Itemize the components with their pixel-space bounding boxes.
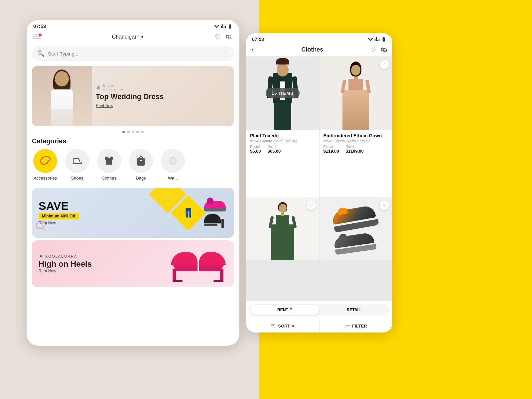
sort-notification-dot — [292, 325, 294, 327]
wifi-icon — [214, 24, 219, 29]
search-input[interactable] — [48, 51, 222, 57]
battery-icon — [227, 24, 233, 29]
sort-icon — [271, 323, 276, 329]
product-grid: 15 ITEMS — [246, 57, 392, 301]
promo-rent-link[interactable]: Rent Now — [39, 221, 79, 225]
filter-label: FILTER — [352, 324, 367, 329]
right-time: 07:53 — [252, 37, 264, 42]
filter-button[interactable]: FILTER — [320, 319, 393, 332]
sort-button[interactable]: SORT — [246, 319, 319, 332]
filter-icon — [345, 323, 350, 329]
search-icon: 🔍 — [37, 50, 45, 57]
category-watches[interactable]: Wa... — [160, 149, 186, 181]
category-bags[interactable]: Bags — [128, 149, 154, 181]
r-battery-icon — [381, 37, 386, 42]
promo-banner: SAVE Minimum 40% Off Rent Now 👖 — [32, 188, 234, 238]
watches-icon — [167, 155, 179, 167]
green-dress-image: ♡ — [246, 197, 319, 260]
dot-2 — [127, 131, 130, 133]
location-text: Chandigarh — [112, 34, 140, 40]
category-clothes-label: Clothes — [102, 176, 116, 181]
accessories-icon: 📿 — [40, 156, 51, 167]
tuxedo-retail: Retail $65.00 — [268, 145, 281, 154]
cart-icon[interactable]: 🛍 — [226, 33, 233, 41]
dot-4 — [136, 131, 139, 133]
pink-sneaker — [204, 198, 227, 211]
retail-label: Retail — [268, 145, 281, 149]
bridal-brand: bridalWARDROBE — [103, 84, 125, 91]
category-accessories[interactable]: 📿 Accessories — [32, 149, 59, 181]
search-more-icon[interactable]: ⋮ — [222, 50, 229, 58]
gown-retail: Retail $1199.00 — [346, 145, 364, 154]
dot-5 — [141, 131, 144, 133]
right-wishlist-icon[interactable]: ♡ — [371, 46, 376, 54]
banner-text: bridalWARDROBE Top Wedding Dress Rent No… — [92, 78, 234, 114]
categories-list: 📿 Accessories Shoes Clothes — [32, 149, 234, 183]
tuxedo-price-row: Rental $6.00 Retail $65.00 — [250, 145, 315, 154]
wishlist-icon[interactable]: ♡ — [215, 33, 221, 41]
category-shoes[interactable]: Shoes — [64, 149, 90, 181]
right-cart-icon[interactable]: 🛍 — [381, 46, 387, 54]
hamburger-wrap[interactable] — [33, 35, 41, 39]
rent-tab[interactable]: RENT — [250, 305, 319, 315]
bottom-banner: KOOLABURRA High on Heels Rent Now — [32, 240, 234, 287]
heel-right — [198, 245, 227, 282]
banner-image — [32, 66, 92, 126]
signal-icon — [221, 24, 226, 29]
location-selector[interactable]: Chandigarh ▾ — [112, 34, 144, 40]
right-status-icons — [368, 37, 386, 42]
gown-location: Wake County, North Carolina — [324, 139, 389, 143]
gown-info: Embroidered Ethnic Gown Wake County, Nor… — [320, 130, 393, 156]
koolaburra-logo — [39, 254, 43, 259]
categories-title: Categories — [32, 137, 234, 145]
banner-title: Top Wedding Dress — [96, 92, 230, 101]
left-status-bar: 07:53 — [27, 20, 239, 30]
tuxedo-image: 15 ITEMS — [246, 57, 319, 130]
dot-1 — [122, 131, 125, 133]
r-wifi-icon — [368, 37, 373, 42]
black-heel — [204, 214, 227, 228]
dot-3 — [132, 131, 134, 133]
gown-price-row: Rental $119.00 Retail $1199.00 — [324, 145, 389, 154]
koolaburra-text: KOOLABURRA — [45, 254, 77, 258]
bottom-tabs: SORT FILTER — [246, 319, 392, 332]
filter-row-container: RENT RETAIL — [246, 301, 392, 319]
gown-name: Embroidered Ethnic Gown — [324, 133, 389, 138]
page-title: Clothes — [301, 46, 323, 53]
gown-image: ♡ — [320, 57, 393, 130]
heel-shoes-display — [168, 245, 227, 282]
sneakers-image: ♡ — [320, 197, 393, 260]
retail-label: RETAIL — [347, 308, 361, 312]
product-card-gown[interactable]: ♡ — [320, 57, 393, 197]
retail-price: $65.00 — [268, 149, 281, 154]
product-card-sneakers[interactable]: ♡ — [320, 197, 393, 260]
green-dress-wishlist[interactable]: ♡ — [307, 200, 316, 210]
main-banner: bridalWARDROBE Top Wedding Dress Rent No… — [32, 66, 234, 126]
promo-text: SAVE Minimum 40% Off Rent Now — [39, 200, 79, 225]
bottom-title: High on Heels — [39, 259, 92, 269]
product-card-tuxedo[interactable]: 15 ITEMS — [246, 57, 319, 197]
category-accessories-circle: 📿 — [33, 149, 57, 173]
gown-wishlist-btn[interactable]: ♡ — [380, 60, 389, 69]
back-button[interactable]: ‹ — [251, 46, 254, 54]
banner-dots — [27, 131, 239, 133]
filter-row: RENT RETAIL — [249, 304, 389, 316]
r-signal-icon — [374, 37, 380, 42]
banner-cta[interactable]: Rent Now — [96, 103, 113, 108]
product-card-green-dress[interactable]: ♡ — [246, 197, 319, 260]
search-bar[interactable]: 🔍 ⋮ — [32, 46, 234, 61]
promo-shoes — [204, 198, 227, 228]
tuxedo-name: Plaid Tuxedo — [250, 133, 315, 138]
sort-label: SORT — [278, 324, 290, 329]
category-clothes[interactable]: Clothes — [96, 149, 122, 181]
categories-section: Categories 📿 Accessories Shoes — [27, 135, 239, 185]
retail-tab[interactable]: RETAIL — [319, 305, 388, 315]
tuxedo-rental: Rental $6.00 — [250, 145, 261, 154]
sneakers-wishlist[interactable]: ♡ — [380, 200, 389, 210]
left-status-icons — [214, 24, 233, 29]
bottom-cta[interactable]: Rent Now — [39, 269, 92, 273]
category-watches-label: Wa... — [168, 176, 178, 181]
koolaburra-brand: KOOLABURRA — [39, 254, 92, 259]
gown-rental-label: Rental — [324, 145, 339, 149]
rental-price: $6.00 — [250, 149, 261, 154]
